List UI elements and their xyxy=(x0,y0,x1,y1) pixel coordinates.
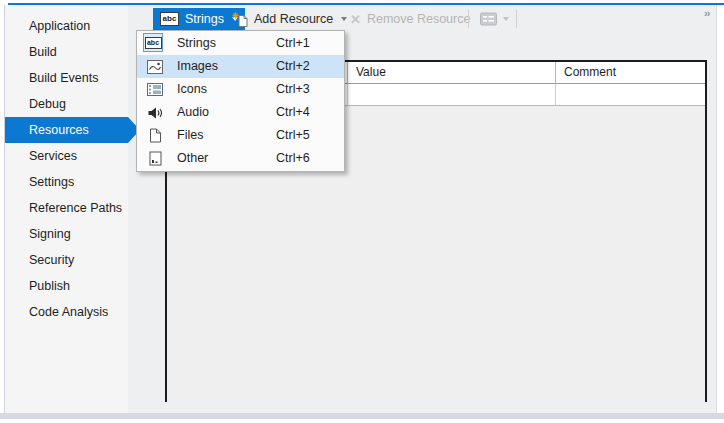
menu-item-label: Strings xyxy=(177,32,216,55)
sidebar-item-reference-paths[interactable]: Reference Paths xyxy=(5,195,128,221)
project-properties-resources-page: Application Build Build Events Debug Res… xyxy=(0,0,724,423)
menu-item-other[interactable]: Other Ctrl+6 xyxy=(137,147,344,170)
menu-item-label: Other xyxy=(177,147,208,170)
remove-resource-button[interactable]: ✕ Remove Resource xyxy=(350,8,470,30)
properties-sidebar: Application Build Build Events Debug Res… xyxy=(4,5,128,413)
toolbar-separator xyxy=(516,10,517,28)
grid-cell-value[interactable] xyxy=(348,84,556,105)
menu-item-shortcut: Ctrl+6 xyxy=(276,147,310,170)
menu-item-label: Images xyxy=(177,55,218,78)
sidebar-item-code-analysis[interactable]: Code Analysis xyxy=(5,299,128,325)
menu-item-shortcut: Ctrl+5 xyxy=(276,124,310,147)
abc-strings-icon: abc xyxy=(160,12,179,26)
menu-item-label: Icons xyxy=(177,78,207,101)
toolbar-overflow-button[interactable]: ›› xyxy=(704,7,709,19)
other-document-icon xyxy=(145,149,165,168)
grid-cell-comment[interactable] xyxy=(556,84,705,105)
menu-item-shortcut: Ctrl+3 xyxy=(276,78,310,101)
bottom-edge-bar xyxy=(0,413,724,419)
add-resource-button[interactable]: Add Resource xyxy=(232,8,347,30)
toolbar-separator xyxy=(468,10,469,28)
grid-header-label: Value xyxy=(356,65,386,79)
grid-header-cell-value[interactable]: Value xyxy=(348,62,556,83)
resources-toolbar: abc Strings Add Resource xyxy=(128,8,716,30)
menu-item-icons[interactable]: Icons Ctrl+3 xyxy=(137,78,344,101)
grid-header-label: Comment xyxy=(564,65,616,79)
new-resource-icon xyxy=(232,12,249,28)
menu-item-shortcut: Ctrl+1 xyxy=(276,32,310,55)
images-icon xyxy=(145,57,165,76)
sidebar-item-security[interactable]: Security xyxy=(5,247,128,273)
menu-item-images[interactable]: Images Ctrl+2 xyxy=(137,55,344,78)
menu-item-label: Files xyxy=(177,124,203,147)
menu-item-shortcut: Ctrl+4 xyxy=(276,101,310,124)
remove-resource-label: Remove Resource xyxy=(367,12,471,26)
sidebar-item-application[interactable]: Application xyxy=(5,13,128,39)
overflow-chevrons-icon: ›› xyxy=(704,7,709,19)
right-edge-divider xyxy=(716,5,717,413)
sidebar-item-build[interactable]: Build xyxy=(5,39,128,65)
menu-item-strings[interactable]: abc Strings Ctrl+1 xyxy=(137,32,344,55)
sidebar-item-services[interactable]: Services xyxy=(5,143,128,169)
add-resource-label: Add Resource xyxy=(254,12,333,26)
strings-button-label: Strings xyxy=(185,12,224,26)
grid-header-cell-comment[interactable]: Comment xyxy=(556,62,705,83)
chevron-down-icon xyxy=(341,17,347,21)
menu-item-label: Audio xyxy=(177,101,209,124)
menu-item-audio[interactable]: Audio Ctrl+4 xyxy=(137,101,344,124)
sidebar-item-build-events[interactable]: Build Events xyxy=(5,65,128,91)
remove-x-icon: ✕ xyxy=(350,12,361,27)
sidebar-item-resources[interactable]: Resources xyxy=(5,117,128,143)
resource-type-menu: abc Strings Ctrl+1 Images Ctrl+2 xyxy=(136,30,345,172)
chevron-down-icon xyxy=(503,17,509,21)
menu-item-shortcut: Ctrl+2 xyxy=(276,55,310,78)
sidebar-item-signing[interactable]: Signing xyxy=(5,221,128,247)
audio-speaker-icon xyxy=(145,103,165,122)
sidebar-item-debug[interactable]: Debug xyxy=(5,91,128,117)
menu-item-files[interactable]: Files Ctrl+5 xyxy=(137,124,344,147)
details-view-icon xyxy=(480,12,497,26)
details-view-button[interactable] xyxy=(480,8,509,30)
sidebar-item-settings[interactable]: Settings xyxy=(5,169,128,195)
sidebar-item-publish[interactable]: Publish xyxy=(5,273,128,299)
files-page-icon xyxy=(145,126,165,145)
icons-grid-icon xyxy=(145,80,165,99)
strings-abc-icon: abc xyxy=(143,33,163,52)
sidebar-item-label: Resources xyxy=(29,123,89,137)
